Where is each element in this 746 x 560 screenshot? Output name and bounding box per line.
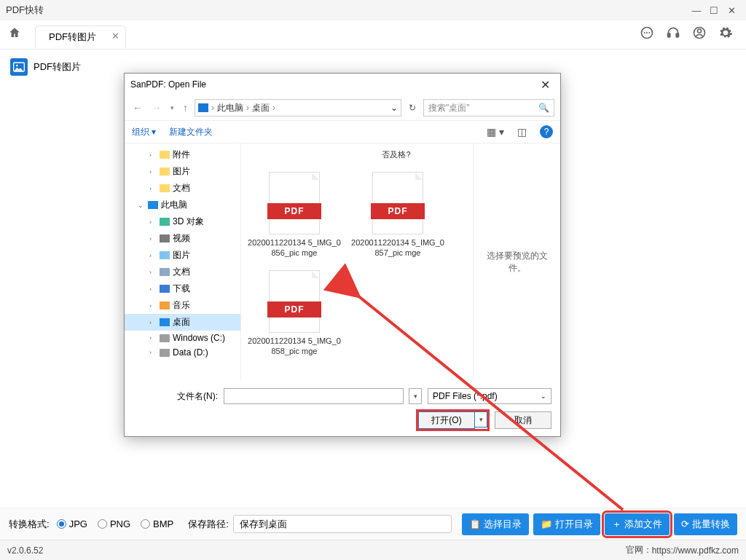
help-icon[interactable]: ? xyxy=(540,125,553,138)
filename-label: 文件名(N): xyxy=(177,390,218,403)
radio-jpg[interactable]: JPG xyxy=(57,518,87,529)
pdf-icon: PDF xyxy=(269,270,320,333)
tree-item-desktop[interactable]: ›桌面 xyxy=(125,314,240,331)
new-folder-button[interactable]: 新建文件夹 xyxy=(169,126,213,138)
file-grid[interactable]: 否及格? PDF 2020011220134 5_IMG_0856_pic mg… xyxy=(241,143,473,381)
svg-point-1 xyxy=(644,32,645,33)
tree-item[interactable]: ›图片 xyxy=(125,247,240,264)
svg-rect-5 xyxy=(676,33,678,37)
tree-item[interactable]: ›文档 xyxy=(125,264,240,280)
open-button-group: 打开(O) ▾ xyxy=(418,411,487,429)
file-type-select[interactable]: PDF Files (*.pdf)⌄ xyxy=(428,388,551,404)
folder-tree[interactable]: ›附件 ›图片 ›文档 ⌄此电脑 ›3D 对象 ›视频 ›图片 ›文档 ›下载 … xyxy=(125,143,241,381)
open-dropdown-icon[interactable]: ▾ xyxy=(474,411,487,427)
tree-item[interactable]: ›Windows (C:) xyxy=(125,331,240,345)
tree-item[interactable]: ›音乐 xyxy=(125,297,240,314)
sidebar-item-label: PDF转图片 xyxy=(34,60,81,74)
minimize-button[interactable]: — xyxy=(688,5,705,16)
tab-pdf-to-image[interactable]: PDF转图片 ✕ xyxy=(35,25,126,48)
nav-forward-icon[interactable]: → xyxy=(149,102,164,114)
tree-item[interactable]: ›附件 xyxy=(125,146,240,163)
file-item[interactable]: PDF 2020011220134 5_IMG_0857_pic mge xyxy=(350,172,445,259)
tree-item[interactable]: ›Data (D:) xyxy=(125,345,240,360)
filename-input[interactable] xyxy=(224,388,404,404)
dialog-titlebar: SanPDF: Open File ✕ xyxy=(125,74,560,95)
path-label: 保存路径: xyxy=(188,518,229,531)
version-label: v2.0.6.52 xyxy=(7,545,43,556)
format-label: 转换格式: xyxy=(9,518,50,531)
tab-label: PDF转图片 xyxy=(49,31,96,42)
maximize-button[interactable]: ☐ xyxy=(705,5,723,16)
dialog-footer: 文件名(N): ▾ PDF Files (*.pdf)⌄ 打开(O) ▾ 取消 xyxy=(125,381,560,436)
nav-recent-icon[interactable]: ▾ xyxy=(168,104,176,111)
open-file-dialog: SanPDF: Open File ✕ ← → ▾ ↑ › 此电脑 › 桌面 ›… xyxy=(124,73,561,437)
image-icon xyxy=(10,58,28,76)
svg-point-3 xyxy=(648,32,650,33)
preview-pane: 选择要预览的文件。 xyxy=(473,143,560,381)
tree-item[interactable]: ›下载 xyxy=(125,280,240,297)
monitor-icon xyxy=(198,103,208,112)
choose-dir-button[interactable]: 📋 选择目录 xyxy=(462,513,529,535)
nav-back-icon[interactable]: ← xyxy=(130,102,145,114)
view-mode-icon[interactable]: ▦ ▾ xyxy=(487,126,504,138)
open-button[interactable]: 打开(O) xyxy=(418,411,475,429)
close-button[interactable]: ✕ xyxy=(723,5,740,16)
svg-point-9 xyxy=(16,65,18,67)
chevron-down-icon[interactable]: ⌄ xyxy=(390,103,398,113)
tree-item-this-pc[interactable]: ⌄此电脑 xyxy=(125,197,240,213)
add-files-button[interactable]: ＋ 添加文件 xyxy=(605,513,670,535)
dialog-title: SanPDF: Open File xyxy=(130,79,206,90)
svg-point-2 xyxy=(646,32,648,33)
tree-item[interactable]: ›文档 xyxy=(125,180,240,197)
file-item[interactable]: PDF 2020011220134 5_IMG_0856_pic mge xyxy=(247,172,342,259)
preview-toggle-icon[interactable]: ◫ xyxy=(517,126,527,138)
tree-item[interactable]: ›图片 xyxy=(125,163,240,180)
search-input[interactable]: 搜索"桌面" 🔍 xyxy=(423,99,554,117)
site-url[interactable]: https://www.pdfkz.com xyxy=(652,545,739,556)
batch-convert-button[interactable]: ⟳ 批量转换 xyxy=(674,513,737,535)
dialog-nav: ← → ▾ ↑ › 此电脑 › 桌面 › ⌄ ↻ 搜索"桌面" 🔍 xyxy=(125,95,560,120)
save-path-input[interactable] xyxy=(233,515,452,533)
refresh-icon[interactable]: ↻ xyxy=(406,103,419,113)
svg-rect-4 xyxy=(668,33,670,37)
organize-button[interactable]: 组织 ▾ xyxy=(132,126,156,138)
tab-close-icon[interactable]: ✕ xyxy=(111,31,119,42)
headset-icon[interactable] xyxy=(666,25,680,44)
cancel-button[interactable]: 取消 xyxy=(495,411,551,429)
open-dir-button[interactable]: 📁 打开目录 xyxy=(533,513,600,535)
file-item[interactable]: PDF 2020011220134 5_IMG_0858_pic mge xyxy=(247,270,342,357)
radio-bmp[interactable]: BMP xyxy=(141,518,173,529)
user-icon[interactable] xyxy=(692,25,707,44)
filename-history-icon[interactable]: ▾ xyxy=(409,388,422,404)
app-toolbar: PDF转图片 ✕ xyxy=(0,20,746,50)
truncated-label: 否及格? xyxy=(349,149,444,160)
status-bar: v2.0.6.52 官网： https://www.pdfkz.com xyxy=(0,540,746,560)
bottom-bar: 转换格式: JPG PNG BMP 保存路径: 📋 选择目录 📁 打开目录 ＋ … xyxy=(0,508,746,540)
dialog-close-button[interactable]: ✕ xyxy=(536,78,554,92)
gear-icon[interactable] xyxy=(718,25,733,44)
site-label: 官网： xyxy=(626,544,652,556)
pdf-icon: PDF xyxy=(269,172,320,234)
tree-item[interactable]: ›视频 xyxy=(125,230,240,247)
nav-up-icon[interactable]: ↑ xyxy=(181,102,190,114)
app-titlebar: PDF快转 — ☐ ✕ xyxy=(0,0,746,20)
dialog-toolbar: 组织 ▾ 新建文件夹 ▦ ▾ ◫ ? xyxy=(125,120,560,143)
chat-icon[interactable] xyxy=(640,25,654,44)
pdf-icon: PDF xyxy=(372,172,423,234)
svg-point-7 xyxy=(698,29,702,33)
radio-png[interactable]: PNG xyxy=(98,518,130,529)
home-icon[interactable] xyxy=(7,26,22,43)
tree-item[interactable]: ›3D 对象 xyxy=(125,213,240,230)
breadcrumb[interactable]: › 此电脑 › 桌面 › ⌄ xyxy=(195,99,401,117)
app-title: PDF快转 xyxy=(6,4,44,17)
search-icon: 🔍 xyxy=(538,103,549,113)
